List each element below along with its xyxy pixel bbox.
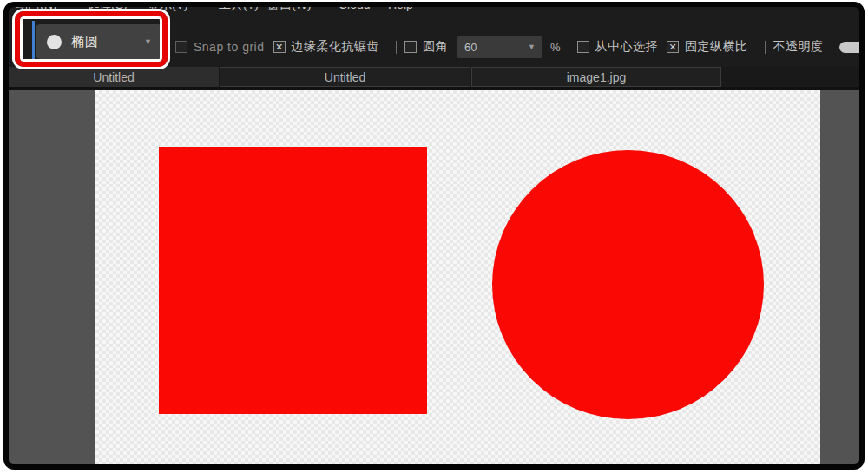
round-corner-checkbox[interactable]: ✕ xyxy=(404,41,417,53)
tool-options-row: ✕ Snap to grid ✕ 边缘柔化抗锯齿 ✕ 圆角 60 ▼ % ✕ 从… xyxy=(175,36,859,58)
percent-label: % xyxy=(550,41,561,54)
snap-to-grid-label: Snap to grid xyxy=(194,40,265,54)
menu-item[interactable]: 动画(N) xyxy=(16,7,56,13)
chevron-down-icon: ▼ xyxy=(528,43,536,51)
menu-item-cloud[interactable]: Cloud xyxy=(339,7,371,11)
workspace-pasteboard xyxy=(9,90,859,464)
toolbar-divider xyxy=(569,41,569,54)
shape-tool-label: 椭圆 xyxy=(71,34,99,50)
tab-untitled-1[interactable]: Untitled xyxy=(9,67,219,87)
round-corner-label: 圆角 xyxy=(423,39,448,55)
snap-to-grid-checkbox[interactable]: ✕ xyxy=(175,41,187,53)
from-center-checkbox[interactable]: ✕ xyxy=(577,41,589,53)
corner-value-combobox[interactable]: 60 ▼ xyxy=(457,36,542,58)
toolbar-divider xyxy=(765,41,766,54)
red-circle-shape[interactable] xyxy=(492,150,764,419)
shape-tool-dropdown[interactable]: 椭圆 ▼ xyxy=(36,24,162,59)
app-window-frame: 动画(N) 选择(S) 显示(V) 工具(T) 窗口(W) Cloud Help… xyxy=(3,2,865,470)
ellipse-icon xyxy=(47,35,62,49)
antialias-label: 边缘柔化抗锯齿 xyxy=(292,39,380,55)
menu-item[interactable]: 选择(S) xyxy=(87,7,128,13)
opacity-slider[interactable] xyxy=(839,42,859,53)
tab-image1-jpg[interactable]: image1.jpg xyxy=(471,67,721,87)
tab-untitled-2[interactable]: Untitled xyxy=(220,67,470,87)
menu-bar: 动画(N) 选择(S) 显示(V) 工具(T) 窗口(W) Cloud Help xyxy=(9,7,859,16)
menu-item[interactable]: 工具(T) xyxy=(219,7,259,13)
menu-item[interactable]: 显示(V) xyxy=(148,7,188,13)
corner-value: 60 xyxy=(464,41,477,54)
antialias-checkbox[interactable]: ✕ xyxy=(273,41,286,53)
fixed-ratio-label: 固定纵横比 xyxy=(685,39,748,55)
drawing-canvas[interactable] xyxy=(95,90,820,464)
red-square-shape[interactable] xyxy=(159,147,427,414)
from-center-label: 从中心选择 xyxy=(595,39,659,55)
screenshot-stage: 动画(N) 选择(S) 显示(V) 工具(T) 窗口(W) Cloud Help… xyxy=(0,0,868,473)
toolbar-divider xyxy=(396,41,397,54)
opacity-label: 不透明度 xyxy=(773,39,824,55)
toolbar-accent-bar xyxy=(32,21,35,63)
fixed-ratio-checkbox[interactable]: ✕ xyxy=(667,41,679,53)
menu-item-help[interactable]: Help xyxy=(388,7,413,11)
chevron-down-icon: ▼ xyxy=(144,37,152,46)
app-content: 动画(N) 选择(S) 显示(V) 工具(T) 窗口(W) Cloud Help… xyxy=(9,7,859,464)
menu-item[interactable]: 窗口(W) xyxy=(267,7,312,13)
document-tab-bar: Untitled Untitled image1.jpg xyxy=(9,67,859,90)
